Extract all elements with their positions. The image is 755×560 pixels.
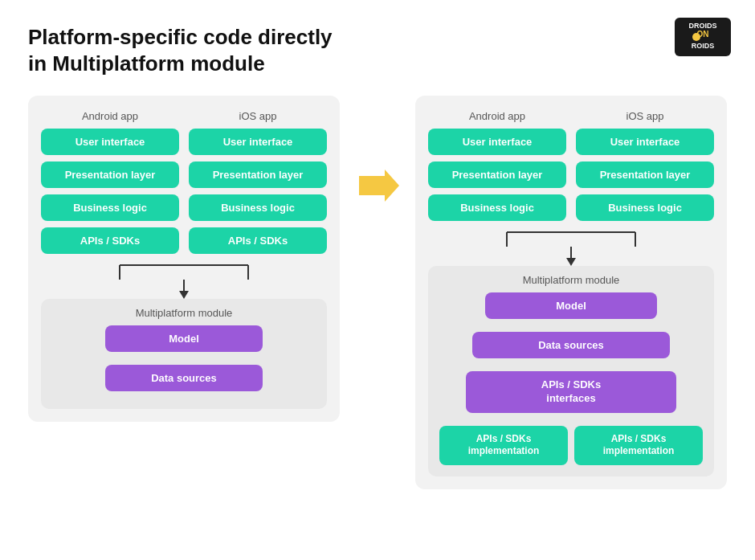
right-android-col: Android app User interface Presentation …: [428, 110, 566, 227]
svg-text:DROIDS: DROIDS: [688, 22, 716, 30]
title-line2: in Multiplatform module: [28, 51, 265, 76]
left-android-presentation: Presentation layer: [41, 161, 179, 188]
right-diagram: Android app User interface Presentation …: [415, 96, 727, 489]
left-android-business: Business logic: [41, 194, 179, 221]
right-ios-business: Business logic: [576, 194, 714, 221]
right-ios-ui: User interface: [576, 129, 714, 155]
left-apps-row: Android app User interface Presentation …: [41, 110, 327, 260]
left-diagram: Android app User interface Presentation …: [28, 96, 340, 422]
right-mp-apis-interfaces: APIs / SDKsinterfaces: [466, 371, 676, 413]
svg-text:ROIDS: ROIDS: [692, 42, 715, 50]
left-ios-col: iOS app User interface Presentation laye…: [189, 110, 327, 260]
right-ios-col: iOS app User interface Presentation laye…: [576, 110, 714, 227]
right-android-label: Android app: [469, 110, 525, 122]
right-mp-label: Multiplatform module: [439, 274, 703, 286]
right-mp-inner: Model Data sources APIs / SDKsinterfaces…: [439, 292, 703, 465]
right-ios-presentation: Presentation layer: [576, 161, 714, 188]
left-ios-label: iOS app: [239, 110, 277, 122]
right-android-presentation: Presentation layer: [428, 161, 566, 188]
right-mp-datasources: Data sources: [472, 332, 670, 358]
svg-marker-9: [179, 291, 189, 299]
right-ios-label: iOS app: [626, 110, 664, 122]
right-android-business: Business logic: [428, 194, 566, 221]
left-mp-inner: Model Data sources: [52, 325, 316, 398]
left-android-apis: APIs / SDKs: [41, 227, 179, 254]
left-ios-ui: User interface: [189, 129, 327, 155]
left-mp-label: Multiplatform module: [52, 307, 316, 319]
right-mp-impl-ios: APIs / SDKsimplementation: [574, 426, 703, 465]
left-bracket-svg: [112, 264, 256, 299]
left-android-label: Android app: [82, 110, 138, 122]
page-title: Platform-specific code directly in Multi…: [28, 24, 727, 76]
svg-marker-15: [566, 258, 576, 266]
right-multiplatform-box: Multiplatform module Model Data sources …: [428, 266, 714, 476]
left-android-ui: User interface: [41, 129, 179, 155]
title-line1: Platform-specific code directly: [28, 25, 333, 49]
left-ios-presentation: Presentation layer: [189, 161, 327, 188]
svg-marker-10: [359, 170, 399, 202]
left-ios-apis: APIs / SDKs: [189, 227, 327, 254]
middle-arrow-svg: [356, 168, 399, 203]
right-mp-model: Model: [485, 292, 656, 319]
logo: DROIDS ON ROIDS: [675, 18, 731, 56]
left-ios-business: Business logic: [189, 194, 327, 221]
left-mp-model: Model: [105, 325, 263, 352]
right-apps-row: Android app User interface Presentation …: [428, 110, 714, 227]
right-bracket-svg: [499, 231, 643, 266]
left-mp-datasources: Data sources: [105, 365, 263, 391]
svg-point-3: [692, 33, 700, 41]
page: DROIDS ON ROIDS Platform-specific code d…: [0, 0, 755, 560]
right-android-ui: User interface: [428, 129, 566, 155]
right-mp-impl-row: APIs / SDKsimplementation APIs / SDKsimp…: [439, 426, 703, 465]
left-android-col: Android app User interface Presentation …: [41, 110, 179, 260]
middle-arrow-container: [356, 96, 399, 203]
left-multiplatform-box: Multiplatform module Model Data sources: [41, 299, 327, 409]
right-mp-impl-android: APIs / SDKsimplementation: [439, 426, 568, 465]
diagrams-row: Android app User interface Presentation …: [28, 96, 727, 489]
